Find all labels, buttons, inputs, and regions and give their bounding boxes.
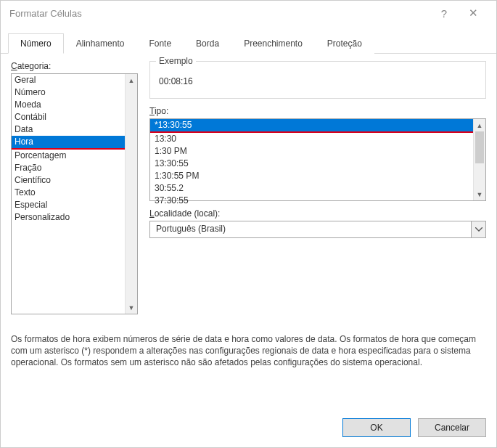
tab-label: Número <box>20 38 52 49</box>
category-item[interactable]: Personalizado <box>12 211 137 224</box>
chevron-down-icon[interactable] <box>471 221 485 237</box>
button-label: Cancelar <box>435 423 469 433</box>
type-item[interactable]: 30:55.2 <box>150 182 473 195</box>
scroll-up-icon[interactable]: ▲ <box>126 74 137 86</box>
titlebar: Formatar Células ? ✕ <box>1 1 496 25</box>
locale-value: Português (Brasil) <box>150 221 471 237</box>
category-item[interactable]: Científico <box>12 174 137 187</box>
cancel-button[interactable]: Cancelar <box>418 418 486 437</box>
type-item[interactable]: *13:30:55 <box>150 119 473 131</box>
scroll-up-icon[interactable]: ▲ <box>474 119 485 131</box>
tab-label: Fonte <box>149 38 171 49</box>
description-text: Os formatos de hora exibem números de sé… <box>11 333 486 369</box>
type-item[interactable]: 1:30:55 PM <box>150 170 473 182</box>
type-item[interactable]: 37:30:55 <box>150 195 473 207</box>
scroll-down-icon[interactable]: ▼ <box>474 188 485 200</box>
tab-fonte[interactable]: Fonte <box>136 33 184 54</box>
scroll-thumb[interactable] <box>475 131 484 163</box>
category-item[interactable]: Porcentagem <box>12 150 137 162</box>
category-item[interactable]: Fração <box>12 162 137 174</box>
category-item[interactable]: Texto <box>12 187 137 199</box>
category-item[interactable]: Especial <box>12 199 137 211</box>
help-icon[interactable]: ? <box>430 7 459 20</box>
category-item[interactable]: Geral <box>12 74 137 86</box>
category-label: Categoria: <box>11 61 138 71</box>
window-title: Formatar Células <box>9 8 430 19</box>
button-label: OK <box>370 423 382 433</box>
type-listbox[interactable]: *13:30:5513:301:30 PM13:30:551:30:55 PM3… <box>149 118 486 201</box>
example-value: 00:08:16 <box>150 62 485 91</box>
close-icon[interactable]: ✕ <box>459 7 488 20</box>
ok-button[interactable]: OK <box>342 418 411 437</box>
category-column: Categoria: GeralNúmeroMoedaContábilDataH… <box>11 61 138 314</box>
tab-label: Proteção <box>327 38 362 49</box>
type-label: Tipo: <box>149 106 486 116</box>
tab-label: Preenchimento <box>244 38 303 49</box>
locale-label: Localidade (local): <box>149 208 486 219</box>
example-label: Exemplo <box>156 56 196 66</box>
example-box: Exemplo 00:08:16 <box>149 61 486 99</box>
tab-protecao[interactable]: Proteção <box>315 33 374 54</box>
type-item[interactable]: 13:30:55 <box>150 158 473 170</box>
content-area: Categoria: GeralNúmeroMoedaContábilDataH… <box>1 54 496 408</box>
scrollbar[interactable]: ▲ ▼ <box>473 119 485 200</box>
locale-combobox[interactable]: Português (Brasil) <box>149 221 486 238</box>
button-row: OK Cancelar <box>1 408 496 447</box>
locale-row: Localidade (local): Português (Brasil) <box>149 208 486 238</box>
scroll-down-icon[interactable]: ▼ <box>126 301 137 314</box>
tab-numero[interactable]: Número <box>8 33 64 54</box>
tab-label: Borda <box>196 38 219 49</box>
tab-row: Número Alinhamento Fonte Borda Preenchim… <box>1 25 496 54</box>
category-item[interactable]: Data <box>12 123 137 136</box>
format-cells-dialog: Formatar Células ? ✕ Número Alinhamento … <box>0 0 497 448</box>
type-item[interactable]: 13:30 <box>150 133 473 145</box>
upper-row: Categoria: GeralNúmeroMoedaContábilDataH… <box>11 61 486 314</box>
category-listbox[interactable]: GeralNúmeroMoedaContábilDataHoraPorcenta… <box>11 73 138 314</box>
detail-column: Exemplo 00:08:16 Tipo: *13:30:5513:301:3… <box>149 61 486 314</box>
tab-alinhamento[interactable]: Alinhamento <box>64 33 137 54</box>
tab-label: Alinhamento <box>76 38 125 49</box>
category-item[interactable]: Hora <box>12 136 137 148</box>
category-item[interactable]: Moeda <box>12 99 137 111</box>
type-item[interactable]: 1:30 PM <box>150 145 473 158</box>
tab-preenchimento[interactable]: Preenchimento <box>231 33 315 54</box>
tab-borda[interactable]: Borda <box>184 33 231 54</box>
scrollbar[interactable]: ▲ ▼ <box>125 74 137 314</box>
category-item[interactable]: Número <box>12 86 137 99</box>
category-item[interactable]: Contábil <box>12 111 137 123</box>
